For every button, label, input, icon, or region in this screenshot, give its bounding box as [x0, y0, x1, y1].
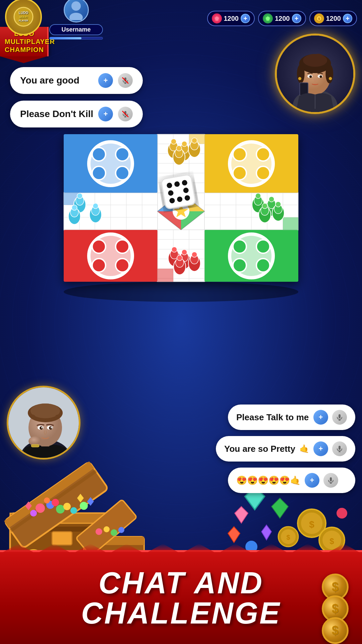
coin-icon: $ [314, 13, 324, 23]
svg-rect-20 [311, 85, 319, 95]
chat-plus-1[interactable]: + [98, 73, 113, 88]
svg-point-180 [51, 427, 52, 428]
banner-line2: CHALLENGE [81, 598, 281, 628]
logo-badge: LUDO MULTI PLAYER [5, 0, 45, 39]
mic-icon-1 [122, 77, 129, 84]
svg-point-41 [92, 166, 106, 180]
svg-point-136 [172, 247, 177, 252]
svg-rect-33 [300, 83, 308, 96]
player-info: Username [49, 0, 103, 40]
add-coins-button[interactable]: + [343, 14, 352, 23]
chat-mic-4[interactable] [332, 441, 347, 456]
svg-point-5 [69, 13, 83, 20]
gem-currency: 1200 + [207, 11, 255, 26]
svg-rect-196 [52, 532, 72, 545]
chat-bubbles-top: You are good + Please Don't Kill + [10, 67, 143, 127]
svg-point-145 [192, 252, 197, 257]
emoji-row: 😍😍😍😍😍🤙 [236, 475, 301, 486]
banner-coin-3 [322, 617, 349, 644]
chat-text-4: You are so Pretty [224, 444, 295, 454]
logo-icon: LUDO MULTI PLAYER [13, 7, 34, 27]
svg-rect-99 [158, 269, 173, 282]
mic-icon-2 [122, 110, 129, 118]
svg-point-54 [116, 240, 129, 253]
svg-point-25 [325, 64, 333, 84]
banner-coins-decoration [322, 574, 349, 637]
svg-point-207 [52, 499, 59, 506]
svg-point-200 [36, 503, 45, 513]
banner-line1: CHAT AND [81, 568, 281, 598]
svg-text:PLAYER: PLAYER [19, 19, 28, 22]
chat-mic-1[interactable] [118, 73, 133, 88]
svg-point-48 [233, 166, 246, 180]
chat-bubbles-bottom: Please Talk to me + You are so Pretty 🤙 … [216, 405, 355, 493]
ribbon-text-2: MULTIPLAYER [5, 38, 44, 46]
svg-point-47 [256, 148, 270, 161]
avatar [64, 0, 89, 22]
chat-bubble-3: Please Talk to me + [228, 405, 355, 430]
svg-point-22 [299, 54, 331, 73]
svg-point-55 [92, 259, 106, 272]
svg-point-60 [233, 240, 246, 253]
add-gems-button[interactable]: + [241, 14, 250, 23]
svg-marker-237 [228, 527, 240, 543]
svg-point-206 [44, 497, 50, 503]
emoji-1: 🤙 [299, 444, 309, 453]
chat-plus-4[interactable]: + [313, 441, 328, 456]
svg-point-27 [307, 75, 312, 78]
female-avatar-svg [277, 36, 353, 112]
currency-row: 1200 + 1200 + $ 1200 + [207, 11, 357, 26]
chat-mic-3[interactable] [332, 410, 347, 425]
svg-text:$: $ [318, 17, 320, 20]
svg-point-205 [70, 507, 77, 514]
svg-point-157 [276, 202, 281, 207]
svg-point-49 [256, 166, 270, 180]
svg-point-34 [64, 282, 298, 302]
chat-text-2: Please Don't Kill [20, 109, 93, 119]
svg-point-221 [111, 529, 117, 536]
svg-point-19 [293, 90, 338, 112]
svg-point-139 [182, 250, 187, 255]
svg-rect-183 [339, 414, 341, 418]
chat-mic-2[interactable] [118, 107, 133, 121]
svg-point-40 [116, 148, 129, 161]
avatar-frame-bottom [7, 386, 80, 460]
svg-point-121 [72, 205, 77, 210]
add-green-button[interactable]: + [292, 14, 301, 23]
chat-bubble-1: You are good + [10, 67, 143, 94]
svg-point-53 [92, 240, 106, 253]
svg-point-26 [312, 54, 324, 63]
mic-icon-4 [336, 445, 343, 452]
svg-point-133 [192, 138, 197, 143]
svg-marker-6 [215, 16, 219, 21]
svg-marker-7 [265, 16, 270, 21]
chat-mic-5[interactable] [323, 473, 338, 488]
svg-point-130 [176, 146, 182, 151]
chat-plus-2[interactable]: + [98, 107, 113, 121]
chat-plus-5[interactable]: + [305, 473, 319, 488]
player-avatar-bottom-left [7, 386, 80, 460]
svg-point-204 [63, 503, 71, 510]
svg-point-154 [262, 203, 267, 209]
bottom-banner: CHAT AND CHALLENGE [0, 550, 362, 644]
green-amount: 1200 [275, 15, 290, 22]
mic-icon-3 [336, 414, 343, 421]
dice [161, 174, 196, 209]
coin-shape: $ [316, 15, 322, 21]
svg-rect-189 [330, 477, 332, 481]
svg-marker-225 [272, 498, 288, 518]
svg-point-31 [298, 77, 302, 80]
mic-icon-5 [327, 477, 335, 484]
svg-point-124 [171, 139, 176, 144]
chat-plus-3[interactable]: + [313, 410, 328, 425]
xp-bar [49, 37, 103, 40]
svg-point-142 [177, 255, 182, 261]
chat-bubble-5: 😍😍😍😍😍🤙 + [228, 468, 355, 493]
svg-point-28 [318, 75, 323, 78]
svg-point-118 [93, 203, 98, 209]
svg-point-179 [41, 427, 43, 428]
green-gem-icon [263, 13, 273, 23]
player-avatar-top-right [275, 34, 355, 114]
svg-text:$: $ [329, 537, 334, 546]
chat-bubble-4: You are so Pretty 🤙 + [216, 436, 355, 462]
